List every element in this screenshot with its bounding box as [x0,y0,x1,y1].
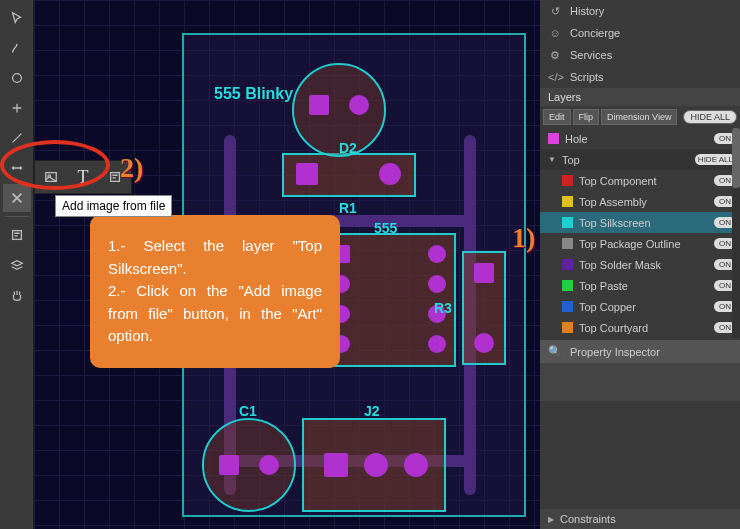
edit-button[interactable]: Edit [543,109,571,125]
tool-add[interactable] [3,94,31,122]
tool-select[interactable] [3,4,31,32]
tooltip-add-image: Add image from file [55,195,172,217]
swatch [562,238,573,249]
layer-top-courtyard[interactable]: Top CourtyardON [540,317,740,338]
label-c1: C1 [239,403,257,419]
tool-art[interactable] [3,184,31,212]
annotation-num-1: 1) [512,222,535,254]
concierge-icon: ☺ [548,27,562,39]
layer-hole[interactable]: Hole ON [540,128,740,149]
component-c1[interactable] [204,420,294,510]
nav-concierge[interactable]: ☺Concierge [540,22,740,44]
swatch-hole [548,133,559,144]
services-icon: ⚙ [548,49,562,62]
annotation-callout: 1.- Select the layer "Top Silkscreen". 2… [90,215,340,368]
layer-top-paste[interactable]: Top PasteON [540,275,740,296]
dimension-view-button[interactable]: Dimension View [601,109,677,125]
nav-services[interactable]: ⚙Services [540,44,740,66]
swatch [562,322,573,333]
layer-top-solder-mask[interactable]: Top Solder MaskON [540,254,740,275]
layers-header: Layers [540,88,740,106]
chevron-down-icon: ▼ [548,155,556,164]
svg-rect-4 [111,173,120,182]
annotation-num-2: 2) [120,152,143,184]
tool-layers[interactable] [3,251,31,279]
right-panel: ↺History ☺Concierge ⚙Services </>Scripts… [540,0,740,529]
svg-rect-1 [12,231,21,240]
property-inspector-header[interactable]: 🔍 Property Inspector [540,340,740,363]
svg-point-0 [12,74,21,83]
swatch [562,280,573,291]
layer-group-top[interactable]: ▼ Top HIDE ALL [540,149,740,170]
layer-top-package-outline[interactable]: Top Package OutlineON [540,233,740,254]
board-title: 555 Blinky [214,85,293,103]
toggle-top-group[interactable]: HIDE ALL [695,154,736,165]
history-icon: ↺ [548,5,562,18]
left-toolbar [0,0,34,529]
nav-scripts[interactable]: </>Scripts [540,66,740,88]
layer-top-copper[interactable]: Top CopperON [540,296,740,317]
tool-route[interactable] [3,34,31,62]
swatch [562,217,573,228]
property-inspector: 🔍 Property Inspector [540,340,740,401]
hide-all-button[interactable]: HIDE ALL [683,110,737,124]
label-r1: R1 [339,200,357,216]
label-d2: D2 [339,140,357,156]
flip-button[interactable]: Flip [573,109,600,125]
label-r3: R3 [434,300,452,316]
tool-pan[interactable] [3,281,31,309]
search-icon: 🔍 [548,345,562,358]
callout-text: 1.- Select the layer "Top Silkscreen". 2… [108,237,322,344]
layers-toolbar: Edit Flip Dimension View HIDE ALL [540,106,740,128]
scrollbar-thumb[interactable] [732,128,740,188]
tool-circle[interactable] [3,64,31,92]
label-555: 555 [374,220,397,236]
tool-note[interactable] [3,221,31,249]
layer-top-component[interactable]: Top ComponentON [540,170,740,191]
layer-list: Hole ON ▼ Top HIDE ALL Top ComponentONTo… [540,128,740,338]
swatch [562,259,573,270]
annotation-ellipse [0,140,110,190]
layer-scrollbar[interactable] [732,128,740,338]
layer-top-silkscreen[interactable]: Top SilkscreenON [540,212,740,233]
label-j2: J2 [364,403,380,419]
swatch [562,301,573,312]
chevron-right-icon: ▶ [548,515,554,524]
scripts-icon: </> [548,71,562,83]
constraints-panel[interactable]: ▶ Constraints [540,509,740,529]
swatch [562,196,573,207]
layer-top-assembly[interactable]: Top AssemblyON [540,191,740,212]
nav-history[interactable]: ↺History [540,0,740,22]
swatch [562,175,573,186]
